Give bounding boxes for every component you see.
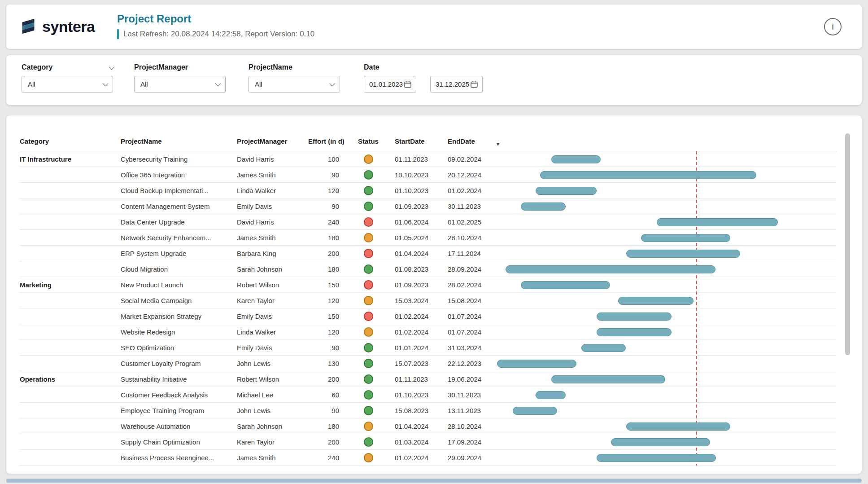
gantt-bar[interactable]: [497, 360, 576, 368]
subtitle-accent-bar: [117, 29, 119, 39]
cell-effort: 120: [308, 328, 351, 336]
table-row[interactable]: Network Security Enhancem... James Smith…: [20, 230, 837, 246]
table-row[interactable]: Supply Chain Optimization Karen Taylor 2…: [20, 434, 837, 450]
horizontal-scrollbar[interactable]: [6, 479, 862, 483]
gantt-bar[interactable]: [641, 234, 730, 242]
gantt-bar[interactable]: [540, 171, 756, 179]
table-row[interactable]: Business Process Reenginee... James Smit…: [20, 450, 837, 466]
column-header-start-date[interactable]: StartDate: [386, 137, 439, 145]
cell-status: [351, 437, 386, 447]
gantt-cell: [490, 308, 837, 324]
gantt-bar[interactable]: [521, 281, 610, 289]
table-row[interactable]: ERP System Upgrade Barbara King 200 01.0…: [20, 246, 837, 261]
column-header-status[interactable]: Status: [351, 137, 386, 145]
table-row[interactable]: Social Media Campaign Karen Taylor 120 1…: [20, 293, 837, 308]
gantt-bar[interactable]: [657, 218, 778, 226]
table-row[interactable]: Cloud Migration Sarah Johnson 180 01.08.…: [20, 261, 837, 277]
table-row[interactable]: Employee Training Program John Lewis 90 …: [20, 403, 837, 418]
cell-end-date: 01.02.2025: [439, 218, 490, 226]
vertical-scrollbar[interactable]: [845, 133, 850, 355]
cell-start-date: 01.11.2023: [386, 375, 439, 383]
gantt-bar[interactable]: [513, 407, 557, 415]
gantt-bar[interactable]: [611, 438, 710, 446]
sort-indicator-icon[interactable]: ▾: [497, 141, 499, 147]
calendar-icon[interactable]: [470, 80, 478, 88]
project-manager-dropdown-value: All: [140, 80, 148, 88]
table-row[interactable]: IT Infrastructure Cybersecurity Training…: [20, 151, 837, 167]
cell-start-date: 15.03.2024: [386, 297, 439, 304]
table-row[interactable]: Website Redesign Linda Walker 120 01.02.…: [20, 324, 837, 340]
gantt-cell: [490, 198, 837, 214]
table-row[interactable]: Data Center Upgrade David Harris 240 01.…: [20, 214, 837, 230]
cell-effort: 180: [308, 422, 351, 430]
gantt-bar[interactable]: [506, 265, 715, 273]
cell-start-date: 01.04.2024: [386, 422, 439, 430]
cell-project-name: Supply Chain Optimization: [121, 438, 237, 446]
cell-project-manager: Emily Davis: [237, 312, 308, 320]
cell-start-date: 01.10.2023: [386, 187, 439, 194]
gantt-bar[interactable]: [597, 312, 672, 321]
gantt-bar[interactable]: [551, 375, 666, 383]
gantt-bar[interactable]: [551, 155, 601, 163]
table-row[interactable]: Operations Sustainability Initiative Rob…: [20, 371, 837, 387]
project-manager-dropdown[interactable]: All: [134, 76, 226, 92]
table-row[interactable]: Marketing New Product Launch Robert Wils…: [20, 277, 837, 293]
gantt-bar[interactable]: [521, 202, 565, 211]
table-row[interactable]: Customer Loyalty Program John Lewis 130 …: [20, 356, 837, 371]
cell-project-name: Website Redesign: [121, 328, 237, 336]
gantt-bar[interactable]: [581, 344, 626, 352]
gantt-bar[interactable]: [618, 297, 694, 305]
table-row[interactable]: Cloud Backup Implementati... Linda Walke…: [20, 183, 837, 198]
gantt-bar[interactable]: [536, 187, 597, 195]
gantt-bar[interactable]: [626, 250, 740, 258]
table-row[interactable]: SEO Optimization Emily Davis 90 01.01.20…: [20, 340, 837, 356]
cell-status: [351, 170, 386, 180]
date-end-input[interactable]: 31.12.2025: [430, 76, 483, 92]
column-header-effort[interactable]: Effort (in d): [308, 137, 351, 145]
table-row[interactable]: Customer Feedback Analysis Michael Lee 6…: [20, 387, 837, 403]
table-row[interactable]: Market Expansion Strategy Emily Davis 15…: [20, 308, 837, 324]
category-dropdown[interactable]: All: [22, 76, 113, 92]
info-button[interactable]: i: [824, 18, 842, 35]
gantt-cell: [490, 340, 837, 356]
status-dot: [364, 343, 373, 352]
status-dot: [364, 296, 373, 305]
cell-status: [351, 374, 386, 384]
cell-effort: 90: [308, 407, 351, 414]
column-header-project-manager[interactable]: ProjectManager: [237, 137, 308, 145]
column-header-end-date[interactable]: EndDate: [439, 137, 490, 145]
cell-project-name: Employee Training Program: [121, 407, 237, 414]
cell-end-date: 01.02.2024: [439, 187, 490, 194]
cell-status: [351, 217, 386, 227]
column-header-category[interactable]: Category: [20, 137, 121, 145]
column-header-gantt: [490, 133, 837, 149]
calendar-icon[interactable]: [404, 80, 412, 88]
cell-effort: 120: [308, 187, 351, 194]
date-start-input[interactable]: 01.01.2023: [364, 76, 416, 92]
cell-project-manager: David Harris: [237, 155, 308, 163]
status-dot: [364, 374, 373, 384]
gantt-bar[interactable]: [536, 391, 565, 399]
cell-project-manager: Sarah Johnson: [237, 422, 308, 430]
gantt-cell: [490, 293, 837, 308]
gantt-bar[interactable]: [626, 422, 730, 431]
gantt-bar[interactable]: [597, 328, 672, 336]
cell-end-date: 29.09.2024: [439, 454, 490, 462]
filter-category: Category All: [22, 62, 113, 92]
column-header-project-name[interactable]: ProjectName: [121, 137, 237, 145]
status-dot: [364, 233, 373, 242]
table-body: IT Infrastructure Cybersecurity Training…: [20, 151, 837, 466]
cell-status: [351, 312, 386, 321]
cell-status: [351, 233, 386, 242]
cell-effort: 90: [308, 344, 351, 352]
cell-project-name: Customer Loyalty Program: [121, 360, 237, 367]
table-row[interactable]: Warehouse Automation Sarah Johnson 180 0…: [20, 418, 837, 434]
gantt-cell: [490, 183, 837, 198]
project-name-dropdown[interactable]: All: [249, 76, 340, 92]
table-row[interactable]: Office 365 Integration James Smith 90 10…: [20, 167, 837, 183]
cell-effort: 150: [308, 312, 351, 320]
gantt-bar[interactable]: [597, 454, 716, 462]
table-row[interactable]: Content Management System Emily Davis 90…: [20, 198, 837, 214]
gantt-cell: [490, 261, 837, 277]
chevron-down-icon[interactable]: [109, 64, 115, 70]
